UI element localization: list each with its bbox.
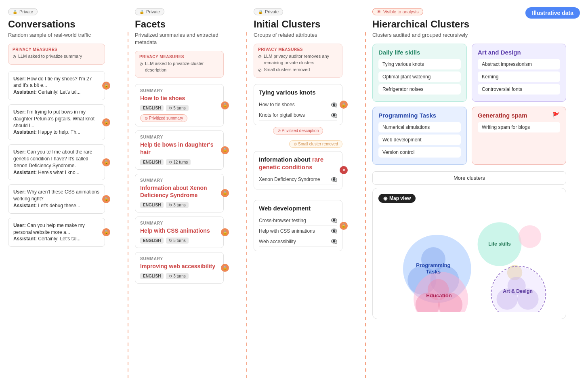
- facet-lock-5: 🔒: [221, 264, 229, 272]
- facet-title-3: Information about Xenon Deficiency Syndr…: [140, 184, 218, 199]
- cluster-x-genetic: ✕: [340, 166, 348, 174]
- facets-privacy-item-1: ⊘ LLM asked to privatize cluster descrip…: [139, 61, 219, 73]
- facet-lock-4: 🔒: [221, 228, 229, 236]
- facets-privacy-banner: PRIVACY MEASURES ⊘ LLM asked to privatiz…: [135, 51, 224, 78]
- cluster-row-web-access: Web accessibility 👁‍🗨: [259, 236, 337, 247]
- hierarchical-bottom-row: Programming Tasks Numerical simulations …: [372, 107, 566, 165]
- cluster-programming[interactable]: Programming Tasks Numerical simulations …: [372, 107, 467, 165]
- conversation-item-4[interactable]: User: Why aren't these CSS animations wo…: [8, 184, 105, 213]
- facets-header: 🔒 Private Facets Privatized summaries an…: [135, 8, 224, 46]
- cluster-title-genetic: Information about rare genetic condition…: [259, 156, 337, 171]
- facets-column: 🔒 Private Facets Privatized summaries an…: [135, 8, 224, 288]
- conversations-private-badge: 🔒 Private: [8, 8, 38, 15]
- hierarchical-subtitle: Clusters audited and grouped recursively: [372, 32, 566, 39]
- privitized-summary-tag: ⊘ Privitized summary: [140, 114, 187, 122]
- facet-item-4[interactable]: SUMMARY Help with CSS animations ENGLISH…: [135, 217, 224, 248]
- programming-item-1: Numerical simulations: [378, 122, 461, 132]
- daily-life-item-1: Tying various knots: [378, 59, 461, 69]
- conversations-privacy-banner: PRIVACY MEASURES ⊘ LLM asked to privatiz…: [8, 44, 105, 64]
- facet-turns-2: ↻ 12 turns: [166, 159, 191, 165]
- separator-2: [246, 32, 247, 381]
- facet-turns-3: ↻ 3 turns: [166, 202, 188, 208]
- facet-lang-2: ENGLISH: [140, 159, 164, 165]
- eye-slash-icon-2: 👁‍🗨: [331, 112, 337, 118]
- map-view-container: ◉ Map view: [372, 188, 566, 319]
- facet-turns-5: ↻ 3 turns: [166, 273, 188, 279]
- cluster-spam[interactable]: Generating spam 🚩 Writing spam for blogs: [472, 107, 566, 165]
- clusters-privacy-item-2: ⊘ Small clusters removed: [258, 67, 338, 73]
- privitized-desc-tag: ⊘ Privitized description: [273, 127, 323, 135]
- art-design-title: Art and Design: [478, 49, 560, 56]
- facet-item-5[interactable]: SUMMARY Improving web accessibility ENGL…: [135, 252, 224, 284]
- eye-slash-icon-1: 👁‍🗨: [331, 102, 337, 108]
- cluster-lock-knots: 🔒: [340, 101, 348, 109]
- conversations-column: 🔒 Private Conversations Random sample of…: [8, 8, 105, 251]
- facet-lang-4: ENGLISH: [140, 238, 164, 244]
- conversation-item-2[interactable]: User: I'm trying to put bows in my daugh…: [8, 104, 105, 140]
- facets-private-badge: 🔒 Private: [135, 8, 164, 15]
- cluster-card-knots[interactable]: Tying various knots How to tie shoes 👁‍🗨…: [254, 84, 342, 125]
- map-view-label: ◉ Map view: [378, 194, 416, 203]
- map-label-education: Education: [426, 292, 452, 299]
- cluster-title-web: Web development: [259, 204, 337, 212]
- conv-lock-4: 🔒: [102, 195, 110, 203]
- cluster-art-design[interactable]: Art and Design Abstract impressionism Ke…: [472, 44, 566, 102]
- eye-slash-icon-5: 👁‍🗨: [331, 228, 337, 234]
- cluster-daily-life[interactable]: Daily life skills Tying various knots Op…: [372, 44, 467, 102]
- map-label-tasks: Tasks: [426, 269, 441, 275]
- map-label-art: Art & Design: [503, 288, 533, 294]
- hierarchical-top-row: Daily life skills Tying various knots Op…: [372, 44, 566, 102]
- map-circle-small-pink: [519, 225, 541, 248]
- map-label-programming: Programming: [416, 262, 450, 268]
- facet-lang-5: ENGLISH: [140, 273, 164, 279]
- facet-item-2[interactable]: SUMMARY Help tie bows in daughter's hair…: [135, 130, 224, 169]
- lock-icon: 🔒: [13, 10, 17, 14]
- eye-slash-icon-6: 👁‍🗨: [331, 238, 337, 244]
- facet-title-4: Help with CSS animations: [140, 227, 218, 234]
- separator-3: [365, 32, 366, 381]
- hierarchical-visible-badge: 👁 Visible to analysts: [372, 8, 423, 15]
- initial-clusters-subtitle: Groups of related attributes: [254, 32, 342, 39]
- art-design-item-1: Abstract impressionism: [478, 59, 560, 69]
- facet-item-1[interactable]: SUMMARY How to tie shoes ENGLISH ↻ 5 tur…: [135, 84, 224, 126]
- conversations-privacy-item-1: ⊘ LLM asked to privatize summary: [13, 53, 101, 60]
- cluster-row-cross-browser: Cross-browser testing 👁‍🗨: [259, 215, 337, 226]
- facet-item-3[interactable]: SUMMARY Information about Xenon Deficien…: [135, 174, 224, 212]
- facet-lang-3: ENGLISH: [140, 202, 164, 208]
- cluster-lock-web: 🔒: [340, 222, 348, 230]
- conversations-subtitle: Random sample of real-world traffic: [8, 32, 105, 39]
- cluster-title-knots: Tying various knots: [259, 88, 337, 97]
- spam-item-1: Writing spam for blogs: [478, 122, 560, 132]
- facet-title-5: Improving web accessibility: [140, 263, 218, 270]
- conversations-header: 🔒 Private Conversations Random sample of…: [8, 8, 105, 39]
- daily-life-item-3: Refrigerator noises: [378, 84, 461, 95]
- facets-title: Facets: [135, 19, 224, 30]
- map-icon: ◉: [383, 196, 387, 201]
- facet-turns-1: ↻ 5 turns: [166, 105, 188, 111]
- conversations-title: Conversations: [8, 19, 105, 30]
- clusters-privacy-item-1: ⊘ LLM privacy auditor removes any remain…: [258, 53, 338, 66]
- conversation-item-5[interactable]: User: Can you help me make my personal w…: [8, 218, 105, 247]
- facet-title-2: Help tie bows in daughter's hair: [140, 141, 218, 156]
- cluster-row-xenon: Xenon Deficiency Syndrome 👁‍🗨: [259, 175, 337, 185]
- eye-slash-icon-4: 👁‍🗨: [331, 217, 337, 223]
- cluster-card-genetic[interactable]: Information about rare genetic condition…: [254, 151, 342, 189]
- more-clusters-button[interactable]: More clusters: [372, 171, 566, 185]
- map-view-svg: Programming Tasks Life skills Education …: [378, 207, 560, 312]
- programming-item-2: Web development: [378, 135, 461, 145]
- conversation-item-1[interactable]: User: How do I tie my shoes? I'm 27 and …: [8, 71, 105, 100]
- lock-icon-facets: 🔒: [139, 10, 144, 14]
- daily-life-item-2: Optimal plant watering: [378, 71, 461, 82]
- programming-title: Programming Tasks: [378, 112, 461, 119]
- facet-lock-1: 🔒: [221, 101, 229, 109]
- cluster-row-shoes: How to tie shoes 👁‍🗨: [259, 100, 337, 110]
- clusters-private-badge: 🔒 Private: [254, 8, 283, 15]
- cluster-card-web[interactable]: Web development Cross-browser testing 👁‍…: [254, 200, 342, 252]
- conversation-item-3[interactable]: User: Can you tell me about the rare gen…: [8, 144, 105, 180]
- cluster-row-css-anim: Help with CSS animations 👁‍🗨: [259, 226, 337, 236]
- map-label-life-skills: Life skills: [488, 241, 511, 247]
- small-cluster-tag: ⊘ Small cluster removed: [289, 140, 342, 148]
- conv-lock-1: 🔒: [102, 82, 110, 90]
- initial-clusters-column: 🔒 Private Initial Clusters Groups of rel…: [254, 8, 342, 255]
- conv-lock-2: 🔒: [102, 118, 110, 126]
